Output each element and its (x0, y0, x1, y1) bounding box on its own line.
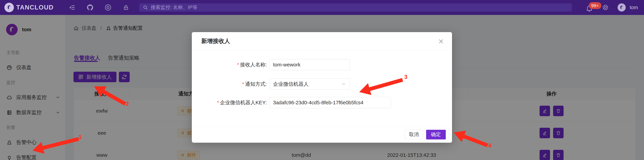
notify-method-value: 企业微信机器人 (273, 81, 309, 88)
notifications-bell-icon[interactable]: 99+ (586, 3, 593, 12)
topbar-right: 99+ tom (586, 3, 644, 12)
modal-footer: 取消 确定 (192, 126, 452, 143)
add-recipient-modal: 新增接收人 × *接收人名称: *通知方式: 企业微信机器人 *企业微信机器人K… (192, 32, 452, 143)
close-icon[interactable]: × (437, 37, 445, 45)
annotation-step-number: 4 (488, 142, 491, 149)
modal-body: *接收人名称: *通知方式: 企业微信机器人 *企业微信机器人KEY: (192, 50, 452, 126)
user-avatar[interactable] (618, 4, 626, 12)
brand-name: TANCLOUD (16, 4, 54, 11)
annotation-step-number: 3 (404, 74, 407, 80)
notify-method-select[interactable]: 企业微信机器人 (269, 78, 350, 90)
brand-logo[interactable]: TANCLOUD (0, 3, 61, 12)
form-row-name: *接收人名称: (192, 59, 452, 70)
field-label-method: *通知方式: (192, 81, 269, 88)
search-placeholder: 搜索监控: 名称、IP等 (151, 4, 198, 11)
cancel-button[interactable]: 取消 (405, 130, 423, 139)
required-mark: * (237, 62, 239, 67)
github-icon[interactable] (87, 4, 94, 11)
gitee-glyph: G (105, 5, 111, 11)
tancloud-logo-icon (4, 3, 14, 12)
gitee-icon[interactable]: G (104, 4, 112, 11)
topbar-username[interactable]: tom (630, 5, 638, 10)
topbar-icons: G (69, 4, 129, 11)
chevron-down-icon (341, 82, 346, 87)
required-mark: * (242, 81, 244, 87)
gear-icon[interactable] (602, 4, 609, 11)
recipient-name-input[interactable] (269, 59, 350, 70)
wework-robot-key-input[interactable] (269, 97, 391, 108)
menu-fold-icon[interactable] (69, 4, 76, 11)
modal-title: 新增接收人 (201, 37, 230, 45)
notification-badge: 99+ (589, 2, 601, 9)
search-input[interactable]: 搜索监控: 名称、IP等 (139, 4, 572, 12)
annotation-step-number: 2 (126, 101, 129, 107)
required-mark: * (217, 100, 219, 105)
app-root: TANCLOUD G 搜索监控: 名称、IP等 99+ (0, 0, 644, 160)
modal-header: 新增接收人 × (192, 32, 452, 50)
form-row-key: *企业微信机器人KEY: (192, 97, 452, 108)
topbar: TANCLOUD G 搜索监控: 名称、IP等 99+ (0, 0, 644, 15)
search-icon (143, 5, 148, 10)
annotation-step-number: 1 (78, 134, 82, 140)
form-row-method: *通知方式: 企业微信机器人 (192, 78, 452, 90)
confirm-button[interactable]: 确定 (426, 130, 446, 139)
lock-icon[interactable] (122, 4, 129, 11)
field-label-key: *企业微信机器人KEY: (192, 99, 269, 106)
field-label-name: *接收人名称: (192, 61, 269, 68)
